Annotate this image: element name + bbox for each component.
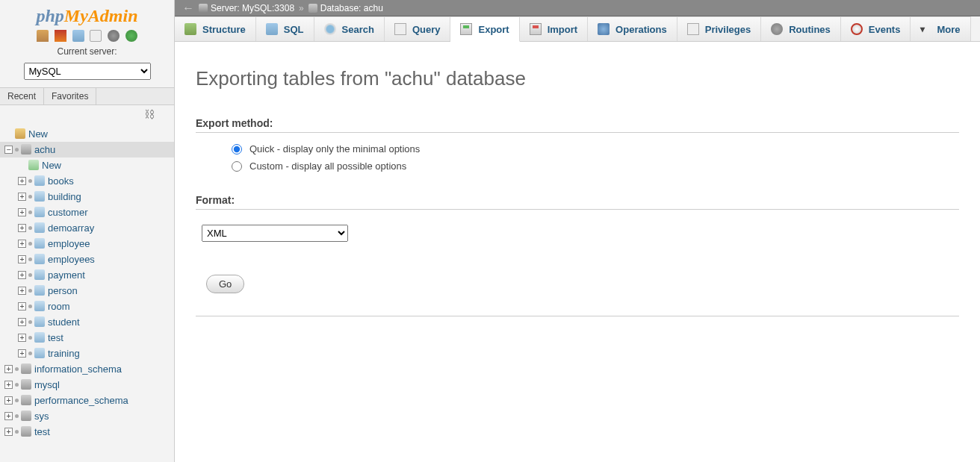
query-icon [394,23,406,35]
server-select[interactable]: MySQL [24,63,151,80]
content: Exporting tables from "achu" database Ex… [175,42,980,331]
import-icon [530,23,542,35]
tree-db-test[interactable]: +test [0,424,174,440]
operations-icon [598,23,610,35]
tab-search[interactable]: Search [314,16,385,41]
tab-recent[interactable]: Recent [0,88,44,104]
go-button[interactable]: Go [206,275,244,293]
back-icon[interactable]: ← [178,1,199,15]
main: ← Server: MySQL:3308 » Database: achu St… [175,0,980,462]
reload-icon[interactable] [125,30,137,42]
logo[interactable]: phpMyAdmin [0,0,174,28]
export-icon [460,23,472,35]
tab-routines[interactable]: Routines [761,16,841,41]
privileges-icon [687,23,699,35]
server-label: Current server: [0,43,174,60]
events-icon [851,23,863,35]
routines-icon [771,23,783,35]
sql-icon[interactable] [72,30,84,42]
sidebar: phpMyAdmin Current server: MySQL Recent … [0,0,175,462]
tree-table-training[interactable]: +training [0,346,174,361]
tab-structure[interactable]: Structure [175,16,256,41]
tab-sql[interactable]: SQL [256,16,314,41]
tree-db-mysql[interactable]: +mysql [0,377,174,393]
radio-quick[interactable]: Quick - display only the minimal options [196,140,959,157]
tree-table-books[interactable]: +books [0,173,174,189]
tree-table-demoarray[interactable]: +demoarray [0,220,174,236]
search-icon [324,23,336,35]
tree-table-employee[interactable]: +employee [0,236,174,252]
logo-text-1: php [36,6,63,25]
tree-db-achu[interactable]: −achu [0,142,174,157]
format-select[interactable]: XML [202,225,348,242]
link-icon[interactable]: ⛓ [0,105,174,123]
footer-divider [196,316,959,316]
breadcrumb-bar: ← Server: MySQL:3308 » Database: achu [175,0,980,16]
crumb-separator: » [299,3,304,13]
db-tree: New −achu New +books+building+customer+d… [0,123,174,462]
docs-icon[interactable] [90,30,102,42]
tab-import[interactable]: Import [520,16,588,41]
export-method-heading: Export method: [196,117,959,133]
sql-tab-icon [266,23,278,35]
crumb-database[interactable]: Database: achu [308,3,383,13]
tree-table-room[interactable]: +room [0,299,174,314]
radio-custom[interactable]: Custom - display all possible options [196,157,959,175]
tab-query[interactable]: Query [385,16,451,41]
tree-table-employees[interactable]: +employees [0,252,174,267]
tree-db-sys[interactable]: +sys [0,408,174,424]
radio-custom-input[interactable] [232,161,242,172]
nav-tabs: Structure SQL Search Query Export Import… [175,16,980,42]
page-title: Exporting tables from "achu" database [196,67,959,90]
tree-table-person[interactable]: +person [0,283,174,299]
structure-icon [184,23,196,35]
tree-table-test[interactable]: +test [0,330,174,346]
tab-favorites[interactable]: Favorites [44,88,96,104]
gear-icon[interactable] [108,30,120,42]
exit-icon[interactable] [55,30,66,42]
tree-table-building[interactable]: +building [0,189,174,205]
tab-privileges[interactable]: Privileges [677,16,761,41]
tab-export[interactable]: Export [450,16,519,42]
chevron-down-icon [920,23,932,35]
tab-events[interactable]: Events [841,16,911,41]
radio-quick-input[interactable] [232,144,242,154]
recent-favorites-tabs: Recent Favorites [0,87,174,105]
format-heading: Format: [196,194,959,210]
tree-db-performance_schema[interactable]: +performance_schema [0,393,174,408]
logo-text-2: MyAdmin [64,6,138,25]
sidebar-toolbar [0,28,174,43]
home-icon[interactable] [37,30,49,42]
server-icon [199,4,208,13]
radio-quick-label: Quick - display only the minimal options [249,143,420,154]
tree-db-information_schema[interactable]: +information_schema [0,361,174,377]
tab-operations[interactable]: Operations [588,16,677,41]
tree-table-customer[interactable]: +customer [0,205,174,220]
crumb-server[interactable]: Server: MySQL:3308 [199,3,294,13]
tab-more[interactable]: More [911,16,970,41]
tree-new-table[interactable]: New [0,157,174,173]
tree-new-db[interactable]: New [0,126,174,142]
database-icon [308,4,317,13]
radio-custom-label: Custom - display all possible options [249,160,406,172]
tree-table-student[interactable]: +student [0,314,174,330]
tree-table-payment[interactable]: +payment [0,267,174,283]
